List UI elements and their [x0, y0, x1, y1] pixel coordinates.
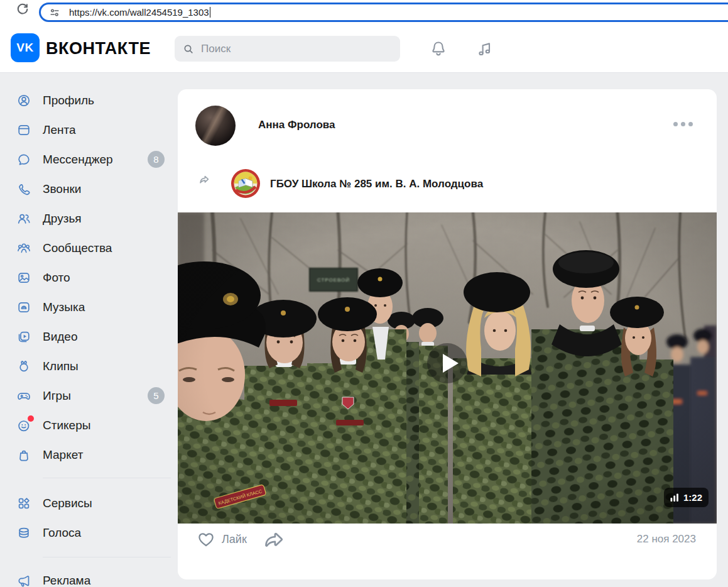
sidebar-item-friends[interactable]: Друзья — [0, 204, 171, 233]
school-community-logo[interactable] — [231, 168, 261, 199]
post-menu-icon[interactable] — [673, 122, 693, 126]
views-bars-icon — [670, 493, 679, 502]
vk-top-header: VK ВКОНТАКТЕ — [0, 24, 728, 73]
sidebar-item-market[interactable]: Маркет — [0, 440, 171, 469]
search-input[interactable] — [201, 43, 393, 55]
url-text[interactable]: https://vk.com/wall2454519_1303 — [69, 7, 209, 18]
games-count-badge: 5 — [148, 387, 165, 404]
browser-toolbar: https://vk.com/wall2454519_1303 — [0, 0, 728, 24]
vk-logo[interactable]: VK — [11, 33, 40, 62]
sidebar-item-label: Видео — [43, 330, 78, 344]
sidebar-item-votes[interactable]: Голоса — [0, 518, 171, 547]
sidebar-item-ads[interactable]: Реклама — [0, 566, 171, 587]
sidebar-item-label: Голоса — [43, 526, 81, 540]
sidebar-item-label: Реклама — [43, 574, 90, 587]
sidebar-item-label: Маркет — [43, 448, 83, 462]
sidebar-item-label: Лента — [43, 123, 76, 137]
clips-icon — [16, 359, 31, 374]
play-button[interactable] — [427, 343, 467, 383]
post-card: Анна Фролова ГБОУ Школа № 285 им. В. А. … — [178, 89, 717, 579]
sidebar-item-label: Сервисы — [43, 496, 92, 510]
friends-icon — [16, 211, 31, 226]
author-avatar[interactable] — [195, 106, 236, 146]
megaphone-icon — [16, 573, 31, 587]
repost-arrow-icon — [197, 173, 212, 188]
repost-source-name[interactable]: ГБОУ Школа № 285 им. В. А. Молодцова — [270, 178, 483, 190]
photos-icon — [16, 270, 31, 285]
sidebar-divider — [43, 557, 171, 557]
sidebar-item-games[interactable]: Игры 5 — [0, 381, 171, 410]
author-name[interactable]: Анна Фролова — [258, 119, 335, 131]
sidebar-item-calls[interactable]: Звонки — [0, 174, 171, 204]
video-duration-badge: 1:22 — [664, 488, 709, 507]
sidebar-item-photos[interactable]: Фото — [0, 263, 171, 292]
sidebar-item-label: Клипы — [43, 359, 79, 373]
share-button[interactable] — [263, 528, 286, 551]
video-duration: 1:22 — [683, 492, 702, 503]
communities-icon — [16, 241, 31, 256]
sidebar-item-stickers[interactable]: Стикеры — [0, 410, 171, 440]
search-box[interactable] — [175, 36, 400, 62]
sidebar-item-label: Музыка — [43, 300, 85, 314]
reload-icon[interactable] — [15, 1, 30, 16]
like-button[interactable]: Лайк — [197, 530, 247, 549]
sidebar-item-label: Стикеры — [43, 419, 90, 432]
messenger-count-badge: 8 — [148, 151, 165, 168]
video-icon — [16, 329, 31, 344]
stickers-notification-dot — [28, 415, 34, 422]
search-icon — [182, 43, 195, 55]
services-icon — [16, 496, 31, 511]
sidebar-item-label: Мессенджер — [43, 153, 113, 167]
music-note-icon[interactable] — [475, 39, 494, 58]
sidebar-item-profile[interactable]: Профиль — [0, 85, 171, 115]
phone-icon — [16, 182, 31, 197]
music-icon — [16, 300, 31, 315]
sidebar-item-label: Профиль — [43, 94, 94, 107]
post-date: 22 ноя 2023 — [637, 533, 696, 546]
sidebar-item-communities[interactable]: Сообщества — [0, 233, 171, 263]
sidebar-item-clips[interactable]: Клипы — [0, 351, 171, 381]
market-icon — [16, 447, 31, 463]
sidebar-item-video[interactable]: Видео — [0, 322, 171, 351]
share-arrow-icon — [263, 528, 286, 551]
address-bar[interactable]: https://vk.com/wall2454519_1303 — [39, 3, 728, 22]
text-caret — [210, 7, 211, 18]
sidebar-item-music[interactable]: Музыка — [0, 292, 171, 322]
left-navigation: Профиль Лента Мессенджер 8 Звонки Друзья… — [0, 73, 171, 587]
messenger-icon — [16, 152, 31, 167]
sidebar-item-feed[interactable]: Лента — [0, 115, 171, 145]
vk-wordmark: ВКОНТАКТЕ — [46, 39, 151, 58]
games-icon — [16, 388, 31, 403]
sidebar-item-messenger[interactable]: Мессенджер 8 — [0, 145, 171, 174]
sidebar-item-label: Звонки — [43, 182, 81, 196]
sidebar-item-label: Фото — [43, 271, 70, 285]
sidebar-item-services[interactable]: Сервисы — [0, 488, 171, 518]
notifications-bell-icon[interactable] — [429, 39, 448, 58]
stickers-icon — [16, 418, 31, 433]
post-footer: Лайк 22 ноя 2023 — [197, 528, 696, 551]
sidebar-divider — [43, 478, 171, 478]
sidebar-item-label: Сообщества — [43, 241, 112, 255]
like-label: Лайк — [222, 533, 247, 546]
video-player[interactable]: СТРОЕВОЙ — [178, 212, 717, 524]
site-settings-icon[interactable] — [48, 6, 61, 19]
sidebar-item-label: Игры — [43, 389, 71, 403]
heart-icon — [197, 530, 215, 549]
feed-icon — [16, 123, 31, 138]
coins-icon — [16, 525, 31, 540]
profile-icon — [16, 93, 31, 108]
sidebar-item-label: Друзья — [43, 212, 82, 226]
page: { "browser": { "url_value": "https://vk.… — [0, 0, 728, 587]
